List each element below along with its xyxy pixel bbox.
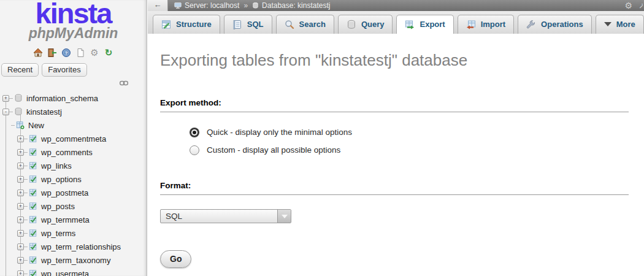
database-icon <box>14 107 23 116</box>
tree-table-wp-terms[interactable]: + wp_terms <box>0 226 147 240</box>
expand-icon[interactable]: + <box>17 217 24 223</box>
tab-import[interactable]: Import <box>458 15 514 34</box>
collapse-icon[interactable]: - <box>2 109 9 115</box>
expand-icon[interactable]: + <box>17 163 24 169</box>
tree-item-new-table[interactable]: New <box>0 118 147 132</box>
expand-icon[interactable]: + <box>17 257 24 264</box>
expand-icon[interactable]: + <box>17 243 24 250</box>
table-icon <box>29 269 37 276</box>
svg-text:?: ? <box>65 50 68 56</box>
back-button[interactable]: ← <box>148 0 168 11</box>
breadcrumb-separator: » <box>243 1 248 10</box>
table-icon <box>29 148 37 156</box>
page-settings-icon[interactable]: ⚙ <box>624 1 632 10</box>
expand-icon[interactable]: + <box>17 230 24 237</box>
tree-table-wp-postmeta[interactable]: + wp_postmeta <box>0 186 147 199</box>
tree-table-wp-usermeta[interactable]: + wp_usermeta <box>0 267 147 276</box>
phpmyadmin-wordmark: phpMyAdmin <box>0 26 147 40</box>
format-select[interactable]: SQL <box>160 209 291 223</box>
expand-icon[interactable]: + <box>17 190 24 196</box>
server-breadcrumb-bar: ← Server: localhost » Database: kinstate… <box>148 0 644 11</box>
recent-tab[interactable]: Recent <box>1 63 39 77</box>
tab-structure[interactable]: Structure <box>153 15 220 34</box>
table-icon <box>29 175 37 183</box>
quick-radio[interactable] <box>190 128 199 137</box>
table-icon <box>29 229 37 237</box>
export-method-heading: Export method: <box>160 98 629 112</box>
settings-icon[interactable]: ⚙ <box>90 48 99 58</box>
custom-radio[interactable] <box>190 145 199 155</box>
tree-table-wp-commentmeta[interactable]: + wp_commentmeta <box>0 132 147 145</box>
docs-icon[interactable] <box>75 48 85 58</box>
export-icon <box>405 20 415 29</box>
topbar-actions: ⚙ ↗ <box>624 1 644 10</box>
search-icon <box>285 20 294 29</box>
database-menu-tabs: Structure SQL Search Query Export Import <box>148 11 644 34</box>
sidebar-toolbar: ? ⚙ ↻ <box>0 47 147 58</box>
table-icon <box>29 161 37 170</box>
new-table-icon <box>16 121 25 129</box>
select-dropdown-arrow[interactable] <box>277 210 291 223</box>
export-method-options: Quick - display only the minimal options… <box>190 123 629 159</box>
format-heading: Format: <box>160 181 629 195</box>
tree-table-wp-term-relationships[interactable]: + wp_term_relationships <box>0 240 147 253</box>
import-icon <box>466 20 476 29</box>
format-selected-value: SQL <box>161 210 291 223</box>
database-icon <box>14 94 23 102</box>
table-icon <box>29 134 37 143</box>
favorites-tab[interactable]: Favorites <box>42 63 86 77</box>
expand-icon[interactable]: + <box>2 95 9 102</box>
page-title: Exporting tables from "kinstatestj" data… <box>160 51 629 70</box>
expand-icon[interactable]: + <box>17 270 24 276</box>
query-icon <box>347 20 356 29</box>
tree-db-kinstatestj[interactable]: - kinstatestj <box>0 105 147 118</box>
table-icon <box>29 215 37 224</box>
database-crumb[interactable]: Database: kinstatestj <box>262 1 330 10</box>
kinsta-logo[interactable]: kinsta <box>0 0 147 27</box>
tree-table-wp-options[interactable]: + wp_options <box>0 172 147 186</box>
table-icon <box>29 256 37 264</box>
phpmyadmin-app: kinsta phpMyAdmin ? ⚙ ↻ Recent Favorites <box>0 0 644 276</box>
expand-icon[interactable]: + <box>17 176 24 183</box>
operations-icon <box>526 20 536 29</box>
expand-icon[interactable]: + <box>17 149 24 156</box>
custom-export-option[interactable]: Custom - display all possible options <box>190 141 629 159</box>
tab-more[interactable]: More <box>596 15 644 34</box>
sql-icon <box>232 20 242 29</box>
database-icon <box>252 2 259 9</box>
expand-icon[interactable]: + <box>17 136 24 142</box>
home-icon[interactable] <box>33 48 43 58</box>
export-page: Exporting tables from "kinstatestj" data… <box>148 51 644 268</box>
tab-export[interactable]: Export <box>396 15 453 34</box>
tree-table-wp-termmeta[interactable]: + wp_termmeta <box>0 213 147 226</box>
table-icon <box>29 242 37 251</box>
help-icon[interactable]: ? <box>61 48 71 58</box>
database-tree: + information_schema - kinstatestj New + <box>0 91 147 276</box>
quick-export-option[interactable]: Quick - display only the minimal options <box>190 123 629 141</box>
tree-table-wp-comments[interactable]: + wp_comments <box>0 145 147 159</box>
expand-icon[interactable]: + <box>17 203 24 210</box>
server-crumb[interactable]: Server: localhost <box>185 1 239 10</box>
table-icon <box>29 202 37 210</box>
tab-operations[interactable]: Operations <box>518 15 592 34</box>
tab-sql[interactable]: SQL <box>224 15 272 34</box>
unlink-panel-icon[interactable] <box>120 80 128 86</box>
sidebar-panel-tabs: Recent Favorites <box>1 63 147 77</box>
tab-query[interactable]: Query <box>338 15 393 34</box>
table-icon <box>29 188 37 197</box>
go-button[interactable]: Go <box>160 250 191 268</box>
server-icon <box>174 2 182 9</box>
structure-icon <box>161 20 171 29</box>
breadcrumb: Server: localhost » Database: kinstatest… <box>174 1 330 10</box>
tree-table-wp-term-taxonomy[interactable]: + wp_term_taxonomy <box>0 253 147 267</box>
navigation-sidebar: kinsta phpMyAdmin ? ⚙ ↻ Recent Favorites <box>0 0 147 276</box>
refresh-icon[interactable]: ↻ <box>104 48 113 58</box>
tree-table-wp-posts[interactable]: + wp_posts <box>0 199 147 213</box>
logout-icon[interactable] <box>47 48 57 58</box>
tab-search[interactable]: Search <box>276 15 334 34</box>
main-panel: ← Server: localhost » Database: kinstate… <box>148 0 644 276</box>
tree-db-information-schema[interactable]: + information_schema <box>0 91 147 105</box>
tree-table-wp-links[interactable]: + wp_links <box>0 159 147 172</box>
expand-panel-icon[interactable]: ↗ <box>638 1 643 10</box>
logo-area[interactable]: kinsta phpMyAdmin <box>0 0 147 40</box>
